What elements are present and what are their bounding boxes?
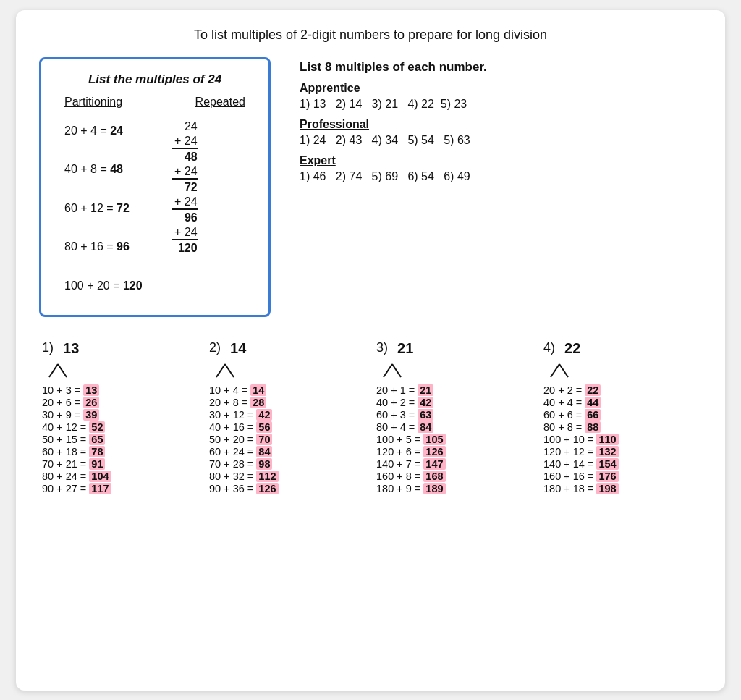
mult-row-3-8: 160 + 8 = 168: [376, 471, 532, 482]
mult-row-3-6: 120 + 6 = 126: [376, 446, 532, 457]
mult-row-2-2: 20 + 8 = 28: [209, 397, 365, 408]
rep-result-3: 96: [172, 208, 198, 224]
mult-result-2-3: 42: [256, 409, 272, 421]
tree-svg: [376, 361, 412, 381]
num-index: 2): [209, 340, 221, 355]
repeated-col: 24 + 24 48 + 24 72 + 24 96 + 24 120: [172, 119, 198, 298]
col-repeated: Repeated: [195, 96, 245, 109]
mult-row-4-3: 60 + 6 = 66: [543, 409, 699, 421]
mult-result-1-6: 78: [89, 446, 105, 457]
mult-result-4-6: 132: [596, 446, 618, 457]
rep-result-1: 48: [172, 148, 198, 164]
mult-row-2-3: 30 + 12 = 42: [209, 409, 365, 421]
mult-result-3-7: 147: [423, 458, 445, 470]
mult-result-3-2: 42: [418, 397, 433, 408]
mult-result-2-2: 28: [250, 397, 266, 408]
mult-row-3-1: 20 + 1 = 21: [376, 384, 532, 396]
professional-label: Professional: [300, 118, 702, 131]
box-content: 20 + 4 = 24 40 + 8 = 48 60 + 12 = 72 80 …: [64, 119, 245, 298]
mult-result-4-7: 154: [596, 458, 618, 470]
mult-row-2-7: 70 + 28 = 98: [209, 458, 365, 470]
mult-row-1-3: 30 + 9 = 39: [42, 409, 198, 421]
professional-items: 1) 24 2) 43 4) 34 5) 54 5) 63: [300, 134, 702, 147]
mult-result-4-4: 88: [585, 421, 601, 433]
number-label-1: 1) 13: [42, 340, 198, 357]
mult-row-1-2: 20 + 6 = 26: [42, 397, 198, 408]
top-section: List the multiples of 24 Partitioning Re…: [39, 57, 702, 318]
bottom-section: 1) 13 10 + 3 = 1320 + 6 = 2630 + 9 = 394…: [39, 340, 702, 495]
blue-box: List the multiples of 24 Partitioning Re…: [39, 57, 271, 318]
mult-row-4-4: 80 + 8 = 88: [543, 421, 699, 433]
svg-line-0: [49, 364, 58, 377]
col-partitioning: Partitioning: [64, 96, 122, 109]
tree-svg: [42, 361, 78, 381]
svg-line-1: [58, 364, 67, 377]
rep-result-4: 120: [172, 239, 198, 255]
num-index: 1): [42, 340, 54, 355]
mult-result-3-3: 63: [418, 409, 433, 421]
mult-row-4-6: 120 + 12 = 132: [543, 446, 699, 457]
mult-row-2-4: 40 + 16 = 56: [209, 421, 365, 433]
partition-row-1: 20 + 4 = 24: [64, 119, 143, 143]
mult-row-3-7: 140 + 7 = 147: [376, 458, 532, 470]
mult-result-2-4: 56: [256, 421, 272, 433]
mult-row-3-2: 40 + 2 = 42: [376, 397, 532, 408]
num-val: 13: [63, 340, 79, 357]
partition-row-2: 40 + 8 = 48: [64, 157, 143, 182]
mult-row-1-8: 80 + 24 = 104: [42, 471, 198, 482]
mult-row-3-5: 100 + 5 = 105: [376, 434, 532, 445]
mult-row-3-3: 60 + 3 = 63: [376, 409, 532, 421]
rep-add-1: + 24: [174, 135, 198, 148]
number-col-3: 3) 21 20 + 1 = 2140 + 2 = 4260 + 3 = 638…: [373, 340, 535, 495]
mult-result-2-5: 70: [256, 434, 272, 445]
mult-row-3-4: 80 + 4 = 84: [376, 421, 532, 433]
mult-result-1-5: 65: [89, 434, 105, 445]
tree-svg: [543, 361, 580, 381]
mult-row-2-9: 90 + 36 = 126: [209, 483, 365, 494]
mult-result-3-8: 168: [423, 471, 445, 482]
mult-result-1-3: 39: [83, 409, 99, 421]
mult-row-4-9: 180 + 18 = 198: [543, 483, 699, 494]
mult-result-4-2: 44: [585, 397, 601, 408]
mult-result-1-8: 104: [89, 471, 111, 482]
mult-row-4-1: 20 + 2 = 22: [543, 384, 699, 396]
rep-result-2: 72: [172, 178, 198, 194]
svg-line-3: [225, 364, 234, 377]
number-label-4: 4) 22: [543, 340, 699, 357]
right-section: List 8 multiples of each number. Apprent…: [300, 57, 702, 318]
number-label-2: 2) 14: [209, 340, 365, 357]
mult-result-4-9: 198: [596, 483, 618, 494]
mult-result-4-3: 66: [585, 409, 601, 421]
mult-row-1-6: 60 + 18 = 78: [42, 446, 198, 457]
partition-row-3: 60 + 12 = 72: [64, 196, 143, 221]
mult-row-2-5: 50 + 20 = 70: [209, 434, 365, 445]
rep-start: 24: [185, 120, 198, 133]
num-index: 3): [376, 340, 388, 355]
mult-row-1-7: 70 + 21 = 91: [42, 458, 198, 470]
num-val: 14: [230, 340, 246, 357]
mult-row-4-5: 100 + 10 = 110: [543, 434, 699, 445]
apprentice-items: 1) 13 2) 14 3) 21 4) 22 5) 23: [300, 98, 702, 111]
mult-result-3-9: 189: [423, 483, 445, 494]
apprentice-label: Apprentice: [300, 82, 702, 95]
mult-row-1-4: 40 + 12 = 52: [42, 421, 198, 433]
mult-result-1-7: 91: [89, 458, 105, 470]
svg-line-4: [384, 364, 392, 377]
number-col-4: 4) 22 20 + 2 = 2240 + 4 = 4460 + 6 = 668…: [541, 340, 702, 495]
mult-row-3-9: 180 + 9 = 189: [376, 483, 532, 494]
rep-add-3: + 24: [174, 195, 198, 208]
main-page: To list multiples of 2-digit numbers to …: [16, 10, 725, 691]
rep-add-4: + 24: [174, 226, 198, 239]
mult-result-2-1: 14: [250, 384, 266, 396]
svg-line-6: [551, 364, 559, 377]
mult-result-2-7: 98: [256, 458, 272, 470]
partition-row-5: 100 + 20 = 120: [64, 274, 143, 298]
number-col-1: 1) 13 10 + 3 = 1320 + 6 = 2630 + 9 = 394…: [39, 340, 200, 495]
mult-result-4-5: 110: [596, 434, 618, 445]
mult-result-3-6: 126: [423, 446, 445, 457]
mult-result-3-5: 105: [423, 434, 445, 445]
mult-result-2-6: 84: [256, 446, 272, 457]
expert-items: 1) 46 2) 74 5) 69 6) 54 6) 49: [300, 170, 702, 183]
mult-row-1-5: 50 + 15 = 65: [42, 434, 198, 445]
mult-result-4-1: 22: [585, 384, 601, 396]
